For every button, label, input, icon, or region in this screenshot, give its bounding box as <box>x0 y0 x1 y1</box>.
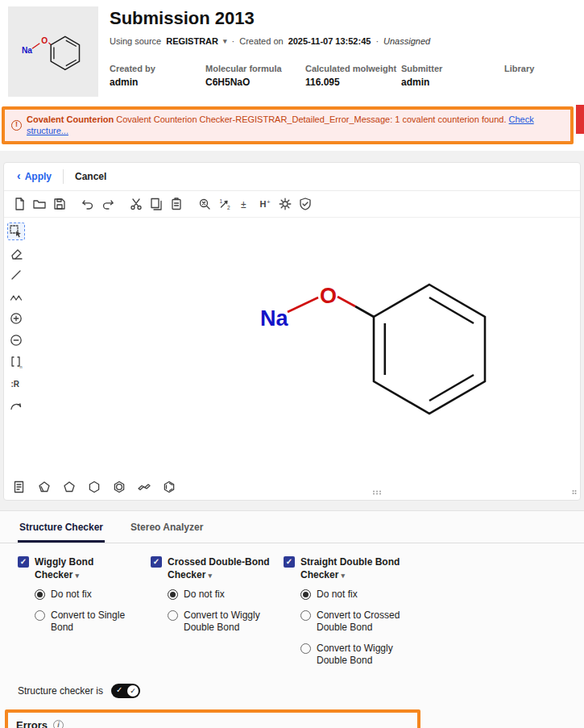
radio-selected-icon[interactable] <box>35 589 45 600</box>
using-source-label: Using source <box>110 36 161 46</box>
radio-option[interactable]: Convert to Wiggly Double Bond <box>168 609 271 634</box>
field-calculated-molweight: Calculated molweight 116.095 <box>305 64 401 88</box>
tab-structure-checker[interactable]: Structure Checker <box>18 511 105 543</box>
covalent-counterion-warning: Covalent Counterion Covalent Counterion … <box>2 106 574 144</box>
radio-option[interactable]: Convert to Wiggly Double Bond <box>300 643 420 668</box>
radio-option[interactable]: Convert to Single Bond <box>35 609 139 634</box>
erase-tool-icon[interactable] <box>7 244 25 262</box>
thumb-atom-o: O <box>41 36 48 45</box>
molecule-structure[interactable]: Na O <box>4 218 580 477</box>
cyclohexane-template-icon[interactable] <box>85 478 103 496</box>
svg-text:+: + <box>267 198 271 205</box>
radio-option[interactable]: Do not fix <box>168 589 271 601</box>
redo-icon[interactable] <box>99 195 117 213</box>
thumbnail-molecule: Na O <box>11 10 95 94</box>
warning-banner-row: Covalent Counterion Covalent Counterion … <box>0 105 584 151</box>
cyclopentadiene-template-icon[interactable] <box>35 478 53 496</box>
new-document-icon[interactable] <box>10 195 28 213</box>
svg-text:H: H <box>260 199 267 209</box>
source-dropdown[interactable]: REGISTRAR <box>166 36 226 46</box>
charge-icon[interactable]: ± <box>236 195 254 213</box>
svg-text:1: 1 <box>220 198 223 204</box>
radio-unselected-icon[interactable] <box>300 643 311 654</box>
add-hydrogens-icon[interactable]: H+ <box>256 195 274 213</box>
checkbox-checked-icon[interactable] <box>284 556 295 568</box>
field-created-by: Created by admin <box>110 64 205 88</box>
editor-actions-bar: Apply Cancel <box>4 163 580 191</box>
errors-box: Errors Covalent Counterion Checker-REGIS… <box>5 709 420 728</box>
atom-label-na[interactable]: Na <box>260 306 288 331</box>
separator-dot: · <box>375 36 379 46</box>
checker-tabs: Structure Checker Stereo Analyzer <box>0 511 584 543</box>
radio-option[interactable]: Convert to Crossed Double Bond <box>300 609 420 634</box>
toggle-label: Structure checker is <box>18 685 103 697</box>
radio-selected-icon[interactable] <box>300 589 311 600</box>
radio-unselected-icon[interactable] <box>168 610 178 621</box>
svg-text:±: ± <box>241 198 246 210</box>
cyclopentane-template-icon[interactable] <box>60 478 78 496</box>
template-toolbar <box>4 477 580 500</box>
info-icon[interactable] <box>53 720 64 728</box>
structure-checker-panel: Structure Checker Stereo Analyzer Wiggly… <box>0 510 584 728</box>
atom-label-o[interactable]: O <box>320 284 337 308</box>
field-molecular-formula: Molecular formula C6H5NaO <box>205 64 305 88</box>
charge-minus-icon[interactable] <box>7 331 25 349</box>
editor-top-toolbar: 12 ± H+ <box>4 191 580 218</box>
benzene-template-icon[interactable] <box>110 478 128 496</box>
chevron-left-icon <box>17 171 21 182</box>
group-label[interactable]: Wiggly Bond Checker <box>35 555 139 581</box>
radio-unselected-icon[interactable] <box>35 610 45 621</box>
r-group-icon[interactable]: :R <box>7 375 25 393</box>
scroll-error-marker <box>576 105 584 134</box>
cut-icon[interactable] <box>127 195 145 213</box>
warning-title: Covalent Counterion <box>27 114 114 124</box>
apply-button[interactable]: Apply <box>17 171 52 182</box>
paste-icon[interactable] <box>168 195 185 213</box>
assignment-status: Unassigned <box>383 36 430 46</box>
aromatic-ring-template-icon[interactable] <box>160 478 178 496</box>
divider <box>63 169 64 184</box>
warning-message: Covalent Counterion Checker-REGISTRAR_De… <box>116 114 506 124</box>
chain-tool-icon[interactable] <box>7 288 25 306</box>
reaction-arrow-icon[interactable] <box>7 397 25 414</box>
structure-editor-card: Apply Cancel 12 ± H+ n :R <box>3 162 581 501</box>
structure-checker-toggle-row: Structure checker is <box>0 668 584 698</box>
field-submitter: Submitter admin <box>401 64 504 88</box>
created-on-label: Created on <box>239 36 283 46</box>
svg-text::R: :R <box>11 380 20 389</box>
toggle-knob-icon <box>127 685 139 697</box>
structure-library-icon[interactable] <box>10 478 28 496</box>
chair-cyclohexane-template-icon[interactable] <box>135 478 153 496</box>
separator-dot: · <box>232 36 235 46</box>
radio-option[interactable]: Do not fix <box>300 589 420 601</box>
radio-selected-icon[interactable] <box>168 589 178 600</box>
checkbox-checked-icon[interactable] <box>151 556 162 568</box>
wiggly-bond-checker-group: Wiggly Bond Checker Do not fix Convert t… <box>18 555 139 668</box>
horizontal-scrollbar-handle[interactable] <box>371 485 386 499</box>
bond-tool-icon[interactable] <box>7 266 25 284</box>
charge-plus-icon[interactable] <box>7 310 25 327</box>
undo-icon[interactable] <box>79 195 97 213</box>
settings-gear-icon[interactable] <box>276 195 294 213</box>
svg-text:2: 2 <box>227 205 230 210</box>
structure-check-icon[interactable] <box>296 195 314 213</box>
group-bracket-icon[interactable]: n <box>7 353 25 371</box>
page-title: Submission 2013 <box>110 8 576 29</box>
thumb-atom-na: Na <box>22 46 32 55</box>
checkbox-checked-icon[interactable] <box>18 556 29 568</box>
group-label[interactable]: Straight Double Bond Checker <box>300 555 420 581</box>
radio-unselected-icon[interactable] <box>300 610 311 621</box>
structure-checker-toggle[interactable] <box>111 684 140 698</box>
atom-map-icon[interactable]: 12 <box>216 195 234 213</box>
cancel-button[interactable]: Cancel <box>75 171 106 182</box>
svg-text:n: n <box>20 364 23 369</box>
open-icon[interactable] <box>31 195 48 213</box>
tab-stereo-analyzer[interactable]: Stereo Analyzer <box>129 511 205 543</box>
group-label[interactable]: Crossed Double-Bond Checker <box>168 555 271 581</box>
zoom-icon[interactable] <box>196 195 213 213</box>
vertical-scrollbar-handle[interactable] <box>571 485 578 499</box>
radio-option[interactable]: Do not fix <box>35 589 139 601</box>
save-icon[interactable] <box>51 195 68 213</box>
select-tool-icon[interactable] <box>7 223 25 240</box>
copy-icon[interactable] <box>147 195 165 213</box>
